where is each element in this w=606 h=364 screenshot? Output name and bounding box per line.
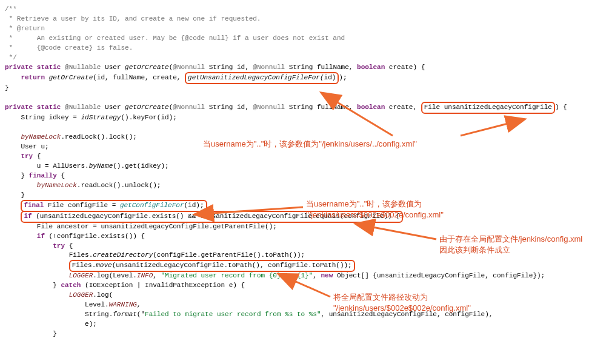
annotation-4: 将全局配置文件路径改动为 "/jenkins/users/$002e$002e/… (333, 292, 471, 313)
annotation-2: 当username为".."时，该参数值为 "/jenkins/users/$0… (306, 199, 444, 220)
annotation-1: 当username为".."时，该参数值为"/jenkins/users/../… (203, 139, 417, 150)
javadoc: /** * Retrieve a user by its ID, and cre… (5, 5, 345, 61)
highlight-getUnsanitizedLegacyConfigFileFor: getUnsanitizedLegacyConfigFileFor(id) (185, 72, 339, 84)
annotation-3: 由于存在全局配置文件/jenkins/config.xml 因此该判断条件成立 (439, 234, 582, 255)
highlight-getConfigFileFor: final File configFile = getConfigFileFor… (21, 200, 207, 212)
code-block: /** * Retrieve a user by its ID, and cre… (5, 5, 601, 339)
highlight-unsanitizedLegacyConfigFile-param: File unsanitizedLegacyConfigFile (421, 102, 555, 114)
highlight-files-move: Files.move(unsanitizedLegacyConfigFile.t… (69, 260, 355, 272)
